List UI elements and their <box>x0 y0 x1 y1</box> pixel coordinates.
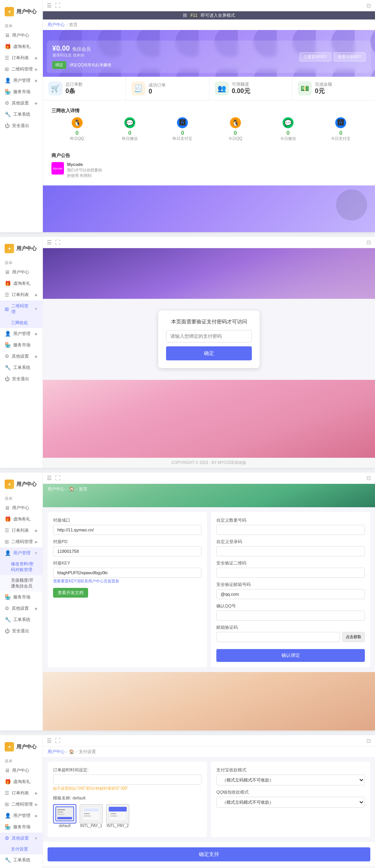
sidebar-item-4-user[interactable]: 👤 用户管理 ▶ <box>0 810 42 821</box>
input-verify[interactable] <box>216 632 340 642</box>
menu-icon-3[interactable]: ☰ <box>47 475 52 481</box>
settings-arrow: ▶ <box>35 101 38 105</box>
bc-home-3[interactable]: 用户中心 <box>48 486 65 492</box>
cell-num-0: 0 <box>51 129 103 136</box>
sidebar-item-shop[interactable]: 🏪 服务市场 <box>0 86 42 97</box>
breadcrumb-home[interactable]: 用户中心 <box>48 22 65 28</box>
sidebar-item-2-orders[interactable]: ☰ 订单列表 ▶ <box>0 289 42 300</box>
sidebar-item-dashboard[interactable]: 🖥 用户中心 <box>0 30 42 41</box>
sidebar-child-recharge[interactable]: 充值额度/开通免挂会员 <box>0 575 42 591</box>
sidebar-item-4-system[interactable]: 🔧 工单系统 <box>0 854 42 866</box>
input-custom-num[interactable] <box>216 525 365 535</box>
menu-icon-4[interactable]: ☰ <box>47 737 52 744</box>
sidebar-item-3-user[interactable]: 👤 用户管理 ▼ <box>0 547 42 559</box>
sidebar-child-sanwang[interactable]: 三网收处 <box>0 318 42 328</box>
sidebar-item-4-orders[interactable]: ☰ 订单列表 ▶ <box>0 787 42 799</box>
sidebar-item-second[interactable]: ⊞ 二维码管理 ▶ <box>0 64 42 75</box>
sidebar-item-3-settings[interactable]: ⚙ 其他设置 ▶ <box>0 603 42 614</box>
menu-icon[interactable]: ☰ <box>47 2 52 9</box>
sidebar-item-2-gift[interactable]: 🎁 虚淘有礼 <box>0 278 42 289</box>
sidebar-children-2: 三网收处 <box>0 318 42 328</box>
app-window-3: ✦ 用户中心 菜单 🖥 用户中心 🎁 虚淘有礼 ☰ 订单列表 ▶ <box>0 473 375 730</box>
dialog-confirm-btn[interactable]: 确定 <box>166 346 251 360</box>
sidebar-item-3-shop[interactable]: 🏪 服务市场 <box>0 591 42 603</box>
bc-home-4[interactable]: 用户中心 <box>48 749 65 755</box>
sidebar-item-4-dashboard[interactable]: 🖥 用户中心 <box>0 765 42 776</box>
bc-icon-4[interactable]: 🏠 <box>69 749 74 754</box>
sidebar-item-2-user[interactable]: 👤 用户管理 ▶ <box>0 328 42 339</box>
sidebar-item-settings[interactable]: ⚙ 其他设置 ▶ <box>0 97 42 109</box>
user-mgmt-icon: 👤 <box>5 78 11 83</box>
expand-icon-2[interactable]: ⛶ <box>55 239 60 245</box>
sidebar-item-4-gift[interactable]: 🎁 虚淘有礼 <box>0 776 42 787</box>
confirm-payment-btn[interactable]: 确定支持 <box>48 847 370 861</box>
select-qq-mode[interactable]: （模式立码模式不可收款） 模式一 模式二 <box>216 797 365 808</box>
topbar-screenshot-icon-2[interactable]: ⊡ <box>366 239 371 245</box>
topbar-screenshot-icon-4[interactable]: ⊡ <box>366 737 371 744</box>
input-timeout[interactable] <box>53 774 202 785</box>
sidebar-title-2: 用户中心 <box>16 245 37 252</box>
sidebar-item-3-gift[interactable]: 🎁 虚淘有礼 <box>0 513 42 525</box>
input-key[interactable] <box>53 568 202 578</box>
sidebar-item-4-second[interactable]: ⊞ 二维码管理 ▶ <box>0 799 42 810</box>
input-custom-name[interactable] <box>216 546 365 556</box>
expand-icon-4[interactable]: ⛶ <box>55 737 60 744</box>
sidebar-item-4-logout[interactable]: ⏻ 安全退出 <box>0 866 42 868</box>
sidebar-item-2-system[interactable]: 🔧 工单系统 <box>0 362 42 373</box>
qq-bind-btn[interactable]: 绑定 <box>52 61 66 69</box>
expand-icon[interactable]: ⛶ <box>55 2 60 9</box>
sidebar-item-4-shop[interactable]: 🏪 服务市场 <box>0 821 42 833</box>
sidebar-item-2-shop[interactable]: 🏪 服务市场 <box>0 339 42 351</box>
sidebar-item-3-orders[interactable]: ☰ 订单列表 ▶ <box>0 525 42 536</box>
sidebar-child-modify[interactable]: 修改资料/密码对账管理 <box>0 559 42 575</box>
membership-status: 邀请码信息 线剩余 <box>52 53 111 58</box>
sidebar-item-2-settings[interactable]: ⚙ 其他设置 ▶ <box>0 351 42 362</box>
btn-confirm-bind[interactable]: 确认绑定 <box>216 649 365 662</box>
sidebar-item-4-settings[interactable]: ⚙ 其他设置 ▼ <box>0 833 42 844</box>
sidebar-item-3-system[interactable]: 🔧 工单系统 <box>0 614 42 625</box>
sidebar-item-orders[interactable]: ☰ 订单列表 ▶ <box>0 52 42 64</box>
stat-value-orders: 0条 <box>65 87 83 95</box>
system-icon-3: 🔧 <box>5 617 11 623</box>
select-alipay-mode[interactable]: （模式立码模式不可收款） 模式一 模式二 <box>216 774 365 785</box>
input-id[interactable] <box>53 546 202 556</box>
btn-get-code[interactable]: 点击获取 <box>342 632 365 642</box>
input-2fa[interactable] <box>216 568 365 578</box>
app-window-2: ✦ 用户中心 菜单 🖥 用户中心 🎁 虚淘有礼 ☰ 订单列表 ▶ <box>0 237 375 468</box>
sidebar-children-3: 修改资料/密码对账管理 充值额度/开通免挂会员 <box>0 559 42 591</box>
sidebar-child-payment[interactable]: 支付设置 <box>0 844 42 854</box>
view-key-btn[interactable]: 查看对密KEY <box>334 52 366 62</box>
sidebar-item-3-logout[interactable]: ⏻ 安全退出 <box>0 625 42 637</box>
qq-hint: 绑定QQ线售包赴来赚佣 <box>70 63 111 67</box>
sidebar-item-system[interactable]: 🔧 工单系统 <box>0 109 42 120</box>
template-item-intl1[interactable]: INTL_PAY_1 <box>80 804 103 828</box>
expand-icon-3[interactable]: ⛶ <box>55 475 60 481</box>
sidebar-item-2-dashboard[interactable]: 🖥 用户中心 <box>0 266 42 278</box>
sidebar-item-3-second[interactable]: ⊞ 二维码管理 ▶ <box>0 536 42 547</box>
sidebar-item-gift[interactable]: 🎁 虚淘有礼 <box>0 41 42 52</box>
svg-rect-8 <box>84 815 91 817</box>
reset-key-btn[interactable]: 立重置对KEY <box>299 52 331 62</box>
sidebar-item-3-dashboard[interactable]: 🖥 用户中心 <box>0 502 42 513</box>
notice-text: 我们才可以你想要的 的使用 利用到 <box>67 168 102 178</box>
input-email[interactable] <box>216 589 365 599</box>
template-item-default[interactable]: default <box>53 804 76 828</box>
sidebar-item-logout[interactable]: ⏻ 安全退出 <box>0 120 42 131</box>
menu-icon-2[interactable]: ☰ <box>47 239 52 245</box>
cell-icon-4: 💬 <box>283 117 294 128</box>
sidebar-section-label: 菜单 <box>0 22 42 30</box>
template-item-intl2[interactable]: INTL_PAY_2 <box>106 804 129 828</box>
stat-label-amount: 完成金额 <box>315 81 332 87</box>
sidebar-item-user-mgmt[interactable]: 👤 用户管理 ▶ <box>0 75 42 86</box>
hint-reset-key[interactable]: 需要重置KEY清联系用户中心页面置新 <box>53 579 202 584</box>
payment-password-input[interactable] <box>166 330 251 342</box>
sidebar-item-2-second[interactable]: ⊞ 二维码管理 ▼ <box>0 300 42 318</box>
input-url[interactable] <box>53 525 202 535</box>
logo-icon-3: ✦ <box>5 480 14 489</box>
btn-view-docs[interactable]: 查看开发文档 <box>53 588 88 598</box>
sidebar-item-2-logout[interactable]: ⏻ 安全退出 <box>0 373 42 385</box>
input-qq[interactable] <box>216 610 365 621</box>
app-window-4: ✦ 用户中心 菜单 🖥 用户中心 🎁 虚淘有礼 ☰ 订单列表 ▶ <box>0 735 375 868</box>
topbar-screenshot-icon-3[interactable]: ⊡ <box>366 475 371 481</box>
topbar-screenshot-icon[interactable]: ⊡ <box>366 2 371 9</box>
